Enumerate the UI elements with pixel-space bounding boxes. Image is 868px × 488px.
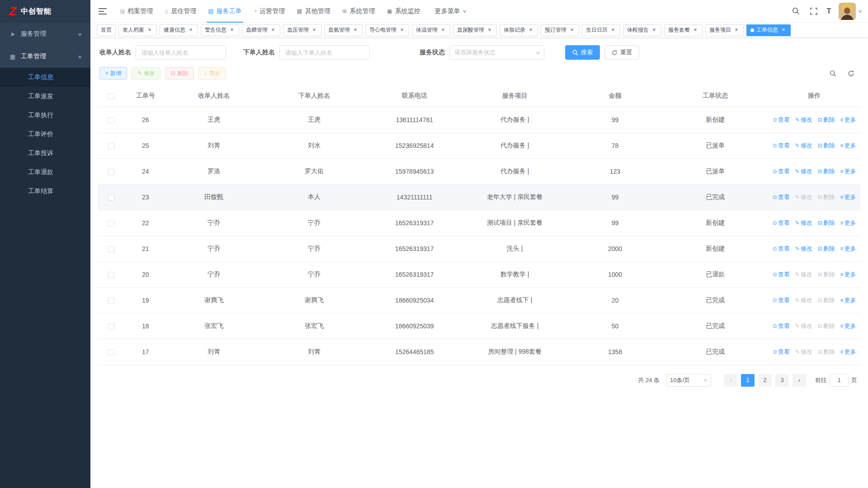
toggle-search-icon[interactable]: [827, 68, 838, 79]
more-action[interactable]: ≡更多: [840, 245, 856, 252]
view-action[interactable]: ⊙查看: [773, 245, 790, 252]
view-action[interactable]: ⊙查看: [773, 348, 790, 355]
table-row[interactable]: 26 王虎 王虎 13611114781 代办服务 | 99 新创建 ⊙查看 ✎…: [98, 107, 861, 133]
edit-action[interactable]: ✎修改: [795, 348, 812, 355]
delete-action[interactable]: ⊟删除: [818, 219, 835, 226]
close-icon[interactable]: ×: [440, 27, 446, 33]
view-action[interactable]: ⊙查看: [773, 322, 790, 329]
row-checkbox[interactable]: [108, 272, 114, 278]
delete-action[interactable]: ⊟删除: [818, 322, 835, 329]
topnav-item[interactable]: ◔ 运营管理 ∨: [248, 0, 291, 23]
page-number-button[interactable]: 2: [758, 374, 772, 387]
tag[interactable]: 工单信息 ×: [746, 24, 791, 36]
add-button[interactable]: + 新增: [99, 67, 127, 80]
close-icon[interactable]: ×: [528, 27, 534, 33]
sidebar-submenu-item[interactable]: 工单结算: [0, 182, 90, 201]
view-action[interactable]: ⊙查看: [773, 142, 790, 149]
user-menu[interactable]: ∨: [839, 3, 862, 20]
sidebar-submenu-item[interactable]: 工单退款: [0, 163, 90, 182]
row-checkbox[interactable]: [108, 298, 114, 304]
close-icon[interactable]: ×: [188, 27, 194, 33]
more-action[interactable]: ≡更多: [840, 271, 856, 278]
table-row[interactable]: 22 宁乔 宁乔 16526319317 测试项目 | 亲民套餐 99 新创建 …: [98, 210, 861, 236]
page-size-select[interactable]: 10条/页 ∨: [666, 374, 711, 387]
sidebar-group-service[interactable]: ➤ 服务管理 ∨: [0, 23, 90, 45]
tag[interactable]: 血尿酸管理 ×: [453, 24, 497, 36]
table-row[interactable]: 17 刘菁 刘菁 15264465185 房间整理 | 998套餐 1358 已…: [98, 339, 861, 365]
edit-action[interactable]: ✎修改: [795, 245, 812, 252]
page-number-button[interactable]: 3: [775, 374, 789, 387]
delete-action[interactable]: ⊟删除: [818, 245, 835, 252]
receiver-name-input[interactable]: [136, 45, 226, 60]
row-checkbox[interactable]: [108, 143, 114, 149]
close-icon[interactable]: ×: [270, 27, 276, 33]
table-row[interactable]: 25 刘菁 刘水 15236925814 代办服务 | 78 已派单 ⊙查看 ✎…: [98, 133, 861, 158]
topnav-item[interactable]: ▣ 系统监控 ∨: [381, 0, 426, 23]
tag[interactable]: 首页 ×: [97, 24, 116, 36]
more-action[interactable]: ≡更多: [840, 194, 856, 200]
close-icon[interactable]: ×: [651, 27, 657, 33]
delete-action[interactable]: ⊟删除: [818, 168, 835, 175]
close-icon[interactable]: ×: [569, 27, 575, 33]
search-icon[interactable]: [790, 6, 801, 17]
table-row[interactable]: 21 宁乔 宁乔 16526319317 洗头 | 2000 新创建 ⊙查看 ✎…: [98, 236, 861, 261]
row-checkbox[interactable]: [108, 117, 114, 123]
delete-action[interactable]: ⊟删除: [818, 194, 835, 200]
delete-action[interactable]: ⊟删除: [818, 297, 835, 303]
sidebar-group-workorder[interactable]: ▦ 工单管理 ∧: [0, 45, 90, 68]
edit-action[interactable]: ✎修改: [795, 116, 812, 123]
tag[interactable]: 血氧管理 ×: [324, 24, 363, 36]
select-all-checkbox[interactable]: [108, 93, 114, 99]
tag[interactable]: 体检报告 ×: [623, 24, 661, 36]
tag[interactable]: 导心电管理 ×: [365, 24, 409, 36]
tag[interactable]: 体脂记录 ×: [500, 24, 538, 36]
view-action[interactable]: ⊙查看: [773, 116, 790, 123]
close-icon[interactable]: ×: [352, 27, 359, 33]
table-row[interactable]: 24 罗洛 罗大佑 15978945613 代办服务 | 123 已派单 ⊙查看…: [98, 158, 861, 184]
service-status-select[interactable]: 请选择服务状态 ∨: [449, 45, 544, 60]
row-checkbox[interactable]: [108, 220, 114, 227]
close-icon[interactable]: ×: [486, 27, 493, 33]
tag[interactable]: 老人档案 ×: [118, 24, 157, 36]
tag[interactable]: 体温管理 ×: [412, 24, 450, 36]
delete-action[interactable]: ⊟删除: [818, 348, 835, 355]
edit-action[interactable]: ✎修改: [795, 194, 812, 200]
sidebar-submenu-item[interactable]: 工单投诉: [0, 144, 90, 163]
edit-action[interactable]: ✎修改: [795, 168, 812, 175]
topnav-item[interactable]: 更多菜单 ∨: [426, 0, 472, 23]
row-checkbox[interactable]: [108, 169, 114, 175]
more-action[interactable]: ≡更多: [840, 116, 856, 123]
refresh-icon[interactable]: [845, 68, 856, 79]
row-checkbox[interactable]: [108, 194, 114, 201]
row-checkbox[interactable]: [108, 349, 114, 355]
delete-action[interactable]: ⊟删除: [818, 142, 835, 149]
delete-action[interactable]: ⊟删除: [818, 271, 835, 278]
tag[interactable]: 血压管理 ×: [283, 24, 321, 36]
topnav-item[interactable]: ⊛ 系统管理 ∨: [336, 0, 381, 23]
table-row[interactable]: 18 张宏飞 张宏飞 18660925039 志愿者线下服务 | 50 已完成 …: [98, 313, 861, 339]
close-icon[interactable]: ×: [229, 27, 235, 33]
close-icon[interactable]: ×: [399, 27, 405, 33]
edit-button[interactable]: ✎ 修改: [132, 67, 160, 80]
topnav-item[interactable]: ▦ 其他管理 ∨: [291, 0, 336, 23]
close-icon[interactable]: ×: [610, 27, 616, 33]
edit-action[interactable]: ✎修改: [795, 297, 812, 303]
edit-action[interactable]: ✎修改: [795, 142, 812, 149]
table-row[interactable]: 23 田馥甄 本人 14321111111 老年大学 | 亲民套餐 99 已完成…: [98, 184, 861, 210]
tag[interactable]: 服务套餐 ×: [664, 24, 703, 36]
close-icon[interactable]: ×: [311, 27, 317, 33]
table-row[interactable]: 20 宁乔 宁乔 16526319317 数学教学 | 1000 已退款 ⊙查看…: [98, 261, 861, 287]
reset-button[interactable]: 重置: [604, 45, 639, 60]
sidebar-submenu-item[interactable]: 工单派发: [0, 87, 90, 106]
close-icon[interactable]: ×: [733, 27, 740, 33]
delete-button[interactable]: ⊟ 删除: [165, 67, 194, 80]
search-button[interactable]: 搜索: [565, 45, 600, 60]
view-action[interactable]: ⊙查看: [773, 219, 790, 226]
table-row[interactable]: 19 谢腾飞 谢腾飞 18660925034 志愿者线下 | 20 已完成 ⊙查…: [98, 287, 861, 313]
page-number-button[interactable]: 1: [741, 374, 755, 387]
more-action[interactable]: ≡更多: [840, 219, 856, 226]
tag[interactable]: 服务项目 ×: [705, 24, 744, 36]
prev-page-button[interactable]: ‹: [724, 374, 737, 387]
avatar[interactable]: [839, 3, 856, 20]
view-action[interactable]: ⊙查看: [773, 271, 790, 278]
